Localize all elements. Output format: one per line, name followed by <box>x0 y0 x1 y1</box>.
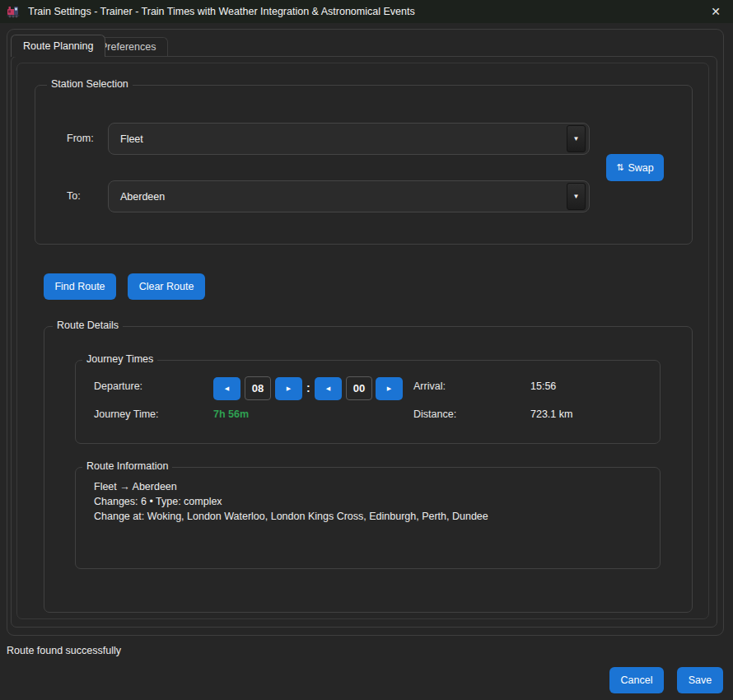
train-app-icon <box>7 5 21 18</box>
save-button[interactable]: Save <box>677 667 723 693</box>
tab-route-planning[interactable]: Route Planning <box>11 35 105 57</box>
save-button-label: Save <box>689 674 712 686</box>
window-title: Train Settings - Trainer - Train Times w… <box>28 6 415 17</box>
status-message: Route found successfully <box>7 645 121 656</box>
tab-content-pane <box>11 56 717 628</box>
cancel-button-label: Cancel <box>621 674 653 686</box>
tab-route-planning-label: Route Planning <box>23 40 93 52</box>
close-icon[interactable]: ✕ <box>703 0 728 23</box>
cancel-button[interactable]: Cancel <box>609 667 664 693</box>
tab-preferences-label: Preferences <box>100 41 156 53</box>
title-bar: Train Settings - Trainer - Train Times w… <box>0 0 733 23</box>
